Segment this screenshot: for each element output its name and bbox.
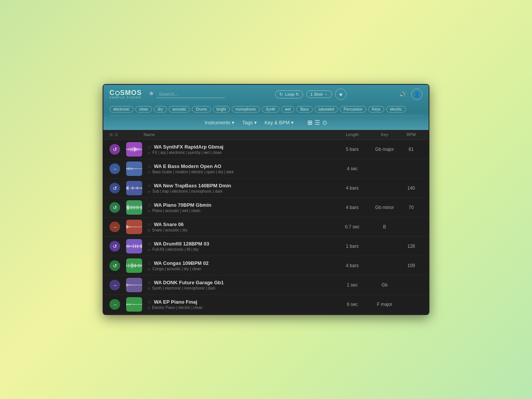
svg-rect-355 bbox=[140, 304, 141, 305]
star-button-9[interactable]: ☆ bbox=[147, 299, 152, 305]
svg-rect-264 bbox=[136, 265, 136, 266]
table-row[interactable]: ↺ ☆ WA New TrapBass 140BPM Dmin ▭ Sub | … bbox=[103, 179, 429, 198]
star-button-7[interactable]: ☆ bbox=[147, 261, 152, 266]
tag-chip-saturated[interactable]: saturated bbox=[315, 106, 338, 112]
play-button-5[interactable]: → bbox=[109, 222, 120, 232]
length-cell-3: 4 bars bbox=[335, 185, 369, 191]
play-button-4[interactable]: ↺ bbox=[109, 202, 120, 213]
star-button-6[interactable]: ☆ bbox=[147, 241, 152, 247]
svg-rect-332 bbox=[131, 304, 131, 305]
star-button-2[interactable]: ☆ bbox=[147, 164, 152, 169]
favorites-button[interactable]: ★ bbox=[335, 89, 347, 100]
svg-rect-191 bbox=[139, 226, 139, 227]
svg-rect-141 bbox=[135, 205, 135, 209]
search-view-button[interactable]: ⊙ bbox=[322, 119, 327, 126]
list-view-button[interactable]: ☰ bbox=[315, 119, 320, 126]
tags-filter[interactable]: Tags ▾ bbox=[242, 120, 256, 125]
play-button-7[interactable]: ↺ bbox=[109, 260, 120, 271]
tag-chip-bright[interactable]: bright bbox=[213, 106, 230, 112]
sample-type-icon-4: ▭ bbox=[147, 209, 151, 213]
table-row[interactable]: → ☆ WA Snare 06 ⊙ Snare | acoustic | dry… bbox=[103, 217, 429, 237]
play-button-6[interactable]: ↺ bbox=[109, 241, 120, 252]
user-button[interactable]: 👤 bbox=[411, 89, 423, 100]
svg-rect-143 bbox=[135, 207, 136, 208]
table-row[interactable]: ↺ ☆ WA SynthFX RapidArp Gbmaj ▭ FX | arp… bbox=[103, 140, 429, 159]
loop-button[interactable]: ↻ Loop ↻ bbox=[275, 90, 303, 98]
tag-chip-acoustic[interactable]: acoustic bbox=[169, 106, 190, 112]
svg-rect-357 bbox=[141, 304, 141, 305]
tag-chip-synth[interactable]: Synth bbox=[262, 106, 279, 112]
svg-rect-64 bbox=[136, 168, 136, 169]
play-icon: ↺ bbox=[113, 263, 117, 269]
svg-rect-66 bbox=[136, 168, 137, 169]
tag-chip-bass[interactable]: Bass bbox=[296, 106, 312, 112]
svg-rect-202 bbox=[127, 246, 127, 247]
table-row[interactable]: → ☆ WA E Bass Modern Open AO ▭ Bass Guit… bbox=[103, 159, 429, 179]
tag-chip-clean[interactable]: clean bbox=[135, 106, 152, 112]
play-icon: → bbox=[112, 302, 117, 307]
waveform-cell-1 bbox=[125, 142, 144, 157]
svg-rect-82 bbox=[127, 187, 127, 190]
svg-rect-97 bbox=[133, 188, 133, 188]
header: CSMOS Sample Finder 🔍 ↻ Loop ↻ 1 Shot → bbox=[103, 85, 429, 130]
svg-rect-276 bbox=[141, 264, 141, 267]
tag-chip-electronic[interactable]: electronic bbox=[109, 106, 133, 112]
star-button-5[interactable]: ☆ bbox=[147, 222, 152, 227]
svg-rect-165 bbox=[128, 226, 128, 227]
col-bpm-header: BPM bbox=[400, 132, 423, 137]
star-button-3[interactable]: ☆ bbox=[147, 183, 152, 188]
svg-rect-160 bbox=[126, 225, 127, 229]
tag-chip-drums[interactable]: Drums bbox=[192, 106, 211, 112]
svg-rect-340 bbox=[134, 304, 135, 305]
main-content: ⊞ ☰ Name Length Key BPM ↺ ☆ bbox=[103, 130, 429, 314]
key-bpm-filter[interactable]: Key & BPM ▾ bbox=[264, 120, 294, 125]
tag-chip-percussion[interactable]: Percussion bbox=[340, 106, 366, 112]
star-button-8[interactable]: ☆ bbox=[147, 280, 152, 285]
play-button-1[interactable]: ↺ bbox=[109, 144, 120, 155]
chevron-down-icon: ▾ bbox=[254, 120, 257, 125]
svg-rect-110 bbox=[138, 188, 139, 188]
table-row[interactable]: ↺ ☆ WA Drumfill 128BPM 03 ▭ Full-Kit | e… bbox=[103, 237, 429, 256]
svg-rect-308 bbox=[137, 285, 138, 285]
tag-chip-wet[interactable]: wet bbox=[281, 106, 295, 112]
svg-rect-185 bbox=[136, 226, 136, 227]
svg-rect-65 bbox=[136, 168, 136, 169]
svg-rect-157 bbox=[141, 205, 141, 210]
table-row[interactable]: → ☆ WA EP Piano Fmaj ⊙ Electric Piano | … bbox=[103, 295, 429, 314]
tag-chip-monophonic[interactable]: monophonic bbox=[232, 106, 260, 112]
play-button-3[interactable]: ↺ bbox=[109, 183, 120, 193]
svg-rect-68 bbox=[137, 168, 138, 169]
waveform-cell-4 bbox=[125, 200, 144, 215]
play-button-9[interactable]: → bbox=[109, 299, 120, 310]
svg-rect-153 bbox=[139, 207, 140, 208]
oneshot-button[interactable]: 1 Shot → bbox=[306, 90, 332, 98]
instruments-filter[interactable]: Instruments ▾ bbox=[205, 120, 235, 125]
svg-rect-192 bbox=[139, 226, 139, 227]
logo-text: CSMOS bbox=[109, 89, 142, 96]
svg-rect-260 bbox=[134, 265, 135, 266]
table-row[interactable]: → ☆ WA DONK Future Garage Gb1 ⊙ Synth | … bbox=[103, 276, 429, 295]
tag-chip-dry[interactable]: dry bbox=[154, 106, 167, 112]
svg-rect-2 bbox=[127, 149, 127, 150]
svg-rect-206 bbox=[128, 245, 129, 247]
svg-rect-156 bbox=[141, 205, 141, 210]
svg-rect-9 bbox=[130, 149, 130, 150]
svg-rect-327 bbox=[129, 304, 129, 306]
star-button-4[interactable]: ☆ bbox=[147, 203, 152, 208]
table-row[interactable]: ↺ ☆ WA Congas 109BPM 02 ▭ Conga | acoust… bbox=[103, 256, 429, 276]
svg-rect-4 bbox=[128, 149, 128, 150]
search-input[interactable] bbox=[157, 90, 225, 98]
table-row[interactable]: ↺ ☆ WA Piano 70BPM Gbmin ▭ Piano | acous… bbox=[103, 198, 429, 217]
tag-chip-keys[interactable]: Keys bbox=[368, 106, 384, 112]
svg-rect-21 bbox=[135, 147, 135, 151]
tag-chip-electric[interactable]: electric bbox=[386, 106, 406, 112]
grid-view-button[interactable]: ⊞ bbox=[307, 119, 312, 126]
volume-button[interactable]: 🔊 bbox=[397, 89, 408, 100]
play-button-2[interactable]: → bbox=[109, 163, 120, 174]
play-button-8[interactable]: → bbox=[109, 280, 120, 290]
star-button-1[interactable]: ☆ bbox=[147, 144, 152, 150]
svg-rect-10 bbox=[130, 149, 131, 150]
svg-rect-303 bbox=[135, 285, 136, 285]
sample-tags-5: Snare | acoustic | dry bbox=[152, 228, 188, 232]
svg-rect-316 bbox=[141, 285, 141, 285]
